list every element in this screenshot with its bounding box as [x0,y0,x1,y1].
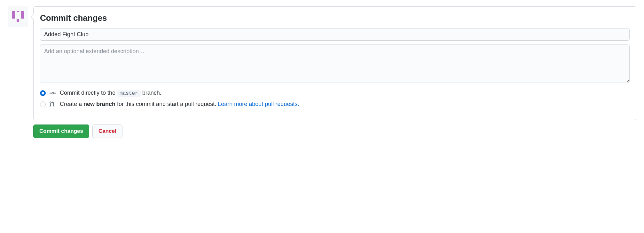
git-pull-request-icon [50,101,56,108]
commit-actions: Commit changes Cancel [33,125,636,138]
svg-rect-1 [21,11,24,19]
commit-heading: Commit changes [40,13,630,23]
svg-rect-2 [17,11,19,12]
commit-direct-label: Commit directly to the master branch. [60,90,161,96]
avatar [8,6,28,27]
commit-description-input[interactable] [40,44,630,83]
commit-direct-option[interactable]: Commit directly to the master branch. [40,90,630,96]
commit-newbranch-option[interactable]: Create a new branch for this commit and … [40,101,630,108]
git-commit-icon [50,90,56,96]
svg-rect-3 [17,19,19,22]
cancel-button[interactable]: Cancel [92,125,122,138]
commit-newbranch-label: Create a new branch for this commit and … [60,101,299,108]
identicon-icon [10,9,26,24]
svg-rect-0 [12,11,15,19]
radio-unchecked-icon[interactable] [40,101,46,107]
commit-panel: Commit changes Commit directly to the ma… [33,6,636,120]
learn-more-link[interactable]: Learn more about pull requests. [218,101,299,107]
commit-summary-input[interactable] [40,28,630,41]
radio-checked-icon[interactable] [40,90,46,96]
branch-chip: master [117,90,141,97]
commit-button[interactable]: Commit changes [33,125,89,138]
